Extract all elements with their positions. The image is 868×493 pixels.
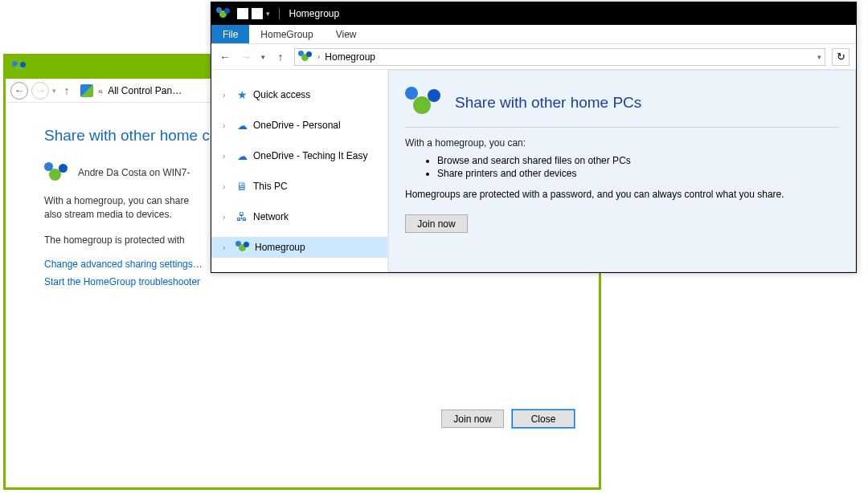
ribbon-tabs: File HomeGroup View [211, 25, 856, 44]
homegroup-icon [298, 51, 313, 63]
history-dropdown-icon[interactable]: ▾ [52, 87, 56, 95]
pane-bullet-1: Browse and search shared files on other … [437, 155, 839, 166]
tab-view[interactable]: View [325, 25, 368, 43]
tab-homegroup[interactable]: HomeGroup [249, 25, 324, 43]
tree-network[interactable]: › 🖧 Network [211, 206, 387, 227]
pane-bullet-2: Share printers and other devices [437, 168, 839, 179]
homegroup-icon [235, 241, 250, 254]
network-icon: 🖧 [235, 210, 248, 223]
history-dropdown-icon[interactable]: ▾ [260, 53, 267, 61]
cloud-icon: ☁ [235, 119, 248, 132]
title-separator: │ [276, 8, 283, 19]
address-dropdown-icon[interactable]: ▾ [817, 53, 825, 61]
pane-bullets: Browse and search shared files on other … [437, 155, 839, 179]
qat-item-1[interactable] [237, 8, 248, 19]
tab-file[interactable]: File [211, 25, 249, 43]
back-button[interactable]: ← [218, 51, 232, 63]
pane-note: Homegroups are protected with a password… [405, 189, 839, 200]
refresh-icon: ↻ [837, 51, 845, 63]
content-pane: Share with other home PCs With a homegro… [388, 70, 856, 272]
explorer-titlebar[interactable]: ▾ │ Homegroup [211, 2, 856, 25]
cloud-icon: ☁ [235, 149, 248, 162]
monitor-icon: 🖥 [235, 180, 248, 193]
chevron-left-icon: « [96, 86, 104, 96]
qat-item-2[interactable] [252, 8, 263, 19]
chevron-right-icon[interactable]: › [223, 213, 231, 222]
cp-user-line: Andre Da Costa on WIN7- [78, 167, 190, 178]
address-bar: ← → ▾ ↑ › Homegroup ▾ ↻ [211, 44, 856, 70]
qat-dropdown-icon[interactable]: ▾ [266, 10, 270, 18]
close-button[interactable]: Close [512, 409, 575, 428]
pane-subheading: With a homegroup, you can: [405, 137, 839, 149]
chevron-right-icon[interactable]: › [223, 91, 231, 100]
homegroup-icon [405, 87, 442, 119]
address-box[interactable]: › Homegroup ▾ [294, 48, 825, 66]
chevron-right-icon[interactable]: › [223, 243, 231, 252]
forward-button[interactable]: → [31, 82, 49, 100]
window-title: Homegroup [289, 8, 340, 19]
refresh-button[interactable]: ↻ [832, 48, 850, 66]
tree-homegroup[interactable]: › Homegroup [211, 237, 387, 258]
control-panel-icon [80, 84, 93, 97]
join-now-button[interactable]: Join now [441, 409, 504, 428]
homegroup-icon [12, 61, 27, 74]
homegroup-icon [44, 162, 68, 183]
forward-button[interactable]: → [239, 51, 253, 63]
cp-button-row: Join now Close [441, 409, 575, 428]
star-icon: ★ [235, 88, 248, 101]
address-crumb[interactable]: Homegroup [325, 51, 375, 63]
quick-access-toolbar: ▾ [237, 8, 270, 19]
chevron-right-icon[interactable]: › [223, 152, 231, 161]
back-button[interactable]: ← [10, 82, 28, 100]
link-homegroup-troubleshooter[interactable]: Start the HomeGroup troubleshooter [44, 276, 560, 287]
tree-this-pc[interactable]: › 🖥 This PC [211, 176, 387, 197]
tree-quick-access[interactable]: › ★ Quick access [211, 84, 387, 105]
nav-tree: › ★ Quick access › ☁ OneDrive - Personal… [211, 70, 388, 272]
up-button[interactable]: ↑ [273, 51, 288, 63]
explorer-window: ▾ │ Homegroup File HomeGroup View ← → ▾ … [211, 2, 857, 273]
join-now-button[interactable]: Join now [405, 214, 468, 233]
homegroup-icon [216, 7, 231, 20]
up-button[interactable]: ↑ [59, 84, 74, 97]
pane-heading: Share with other home PCs [455, 94, 641, 112]
chevron-right-icon[interactable]: › [223, 182, 231, 191]
tree-onedrive-personal[interactable]: › ☁ OneDrive - Personal [211, 115, 387, 136]
tree-onedrive-teching[interactable]: › ☁ OneDrive - Teching It Easy [211, 145, 387, 166]
address-chevron-icon[interactable]: › [317, 52, 320, 61]
breadcrumb-text[interactable]: All Control Pan… [108, 85, 182, 96]
chevron-right-icon[interactable]: › [223, 121, 231, 130]
